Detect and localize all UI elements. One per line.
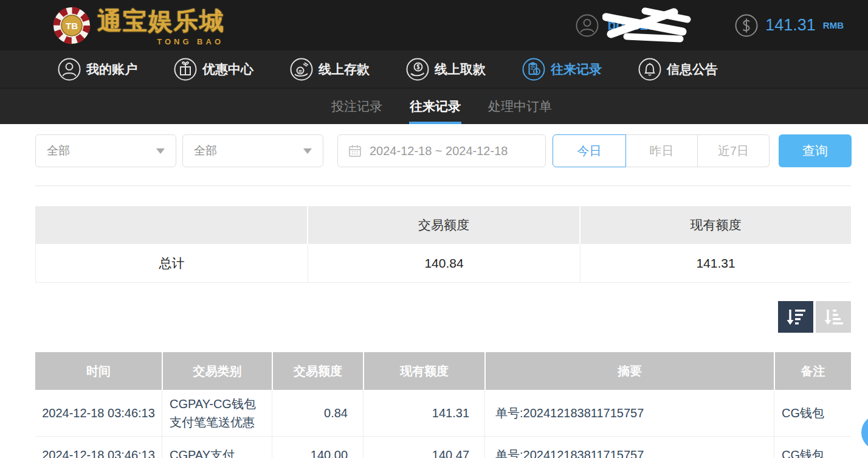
sort-controls xyxy=(0,301,851,333)
table-header-cell: 时间 xyxy=(35,352,162,390)
svg-text:TB: TB xyxy=(66,21,78,31)
poker-chip-icon: TB xyxy=(52,6,91,45)
withdraw-icon xyxy=(406,58,429,81)
table-cell: 141.31 xyxy=(363,390,484,436)
records-icon xyxy=(522,58,545,81)
table-header-cell: 摘要 xyxy=(484,352,774,390)
table-header-row: 时间交易类别交易额度现有额度摘要备注 xyxy=(35,352,851,390)
calendar-icon xyxy=(348,144,362,158)
table-header-cell: 现有额度 xyxy=(363,352,484,390)
type-select-1[interactable]: 全部 xyxy=(35,134,176,167)
chevron-down-icon xyxy=(156,148,165,154)
sort-ascending-button[interactable] xyxy=(816,301,851,333)
table-row: 2024-12-18 03:46:13CGPAY-CG钱包支付笔笔送优惠0.84… xyxy=(35,390,851,437)
summary-header-empty xyxy=(35,206,307,244)
bell-icon xyxy=(638,58,661,81)
table-cell: 单号:202412183811715757 xyxy=(484,390,774,436)
summary-header-row: 交易额度 现有额度 xyxy=(35,206,851,244)
nav-item-promotions[interactable]: 优惠中心 xyxy=(174,58,253,81)
deposit-icon xyxy=(290,58,313,81)
table-header-cell: 交易额度 xyxy=(272,352,363,390)
sort-descending-icon xyxy=(785,307,807,327)
table-cell: 140.00 xyxy=(272,437,363,458)
main-nav: 我的账户 优惠中心 线上存款 线上取款 xyxy=(0,50,868,88)
today-button[interactable]: 今日 xyxy=(553,134,626,167)
user-avatar-icon xyxy=(576,14,599,37)
table-cell: 2024-12-18 03:46:13 xyxy=(35,390,162,436)
table-cell: 单号:202412183811715757 xyxy=(484,437,774,458)
record-tabs: 投注记录 往来记录 处理中订单 xyxy=(0,88,868,124)
table-cell: 0.84 xyxy=(272,390,363,436)
summary-header-balance: 现有额度 xyxy=(579,206,851,244)
filter-bar: 全部 全部 2024-12-18 ~ 2024-12-18 今日 昨日 近7日 … xyxy=(35,134,868,167)
summary-transaction-total: 140.84 xyxy=(308,244,580,282)
site-logo[interactable]: TB 通宝娱乐城 TONG BAO xyxy=(52,4,225,46)
table-cell: CGPAY-CG钱包支付笔笔送优惠 xyxy=(162,390,272,436)
summary-total-row: 总计 140.84 141.31 xyxy=(35,244,851,283)
active-tab-underline xyxy=(409,122,461,124)
user-account[interactable]: bo7325 xyxy=(576,10,692,41)
chevron-down-icon xyxy=(303,148,312,154)
coin-dollar-icon xyxy=(735,14,758,37)
search-button[interactable]: 查询 xyxy=(779,134,852,167)
nav-item-announcements[interactable]: 信息公告 xyxy=(638,58,718,81)
table-header-cell: 备注 xyxy=(774,352,851,390)
site-subtitle: TONG BAO xyxy=(157,37,224,46)
table-body: 2024-12-18 03:46:13CGPAY-CG钱包支付笔笔送优惠0.84… xyxy=(35,390,851,458)
tab-pending-orders[interactable]: 处理中订单 xyxy=(488,89,552,124)
table-cell: 140.47 xyxy=(363,437,484,458)
table-cell: CG钱包 xyxy=(774,437,851,458)
top-bar: TB 通宝娱乐城 TONG BAO bo7325 xyxy=(0,0,868,50)
yesterday-button[interactable]: 昨日 xyxy=(626,134,698,167)
section-divider xyxy=(35,186,851,186)
tab-transaction-records[interactable]: 往来记录 xyxy=(410,89,461,124)
quick-date-group: 今日 昨日 近7日 xyxy=(553,134,770,167)
table-cell: CG钱包 xyxy=(774,390,851,436)
nav-item-my-account[interactable]: 我的账户 xyxy=(58,58,137,81)
balance-display[interactable]: 141.31 RMB xyxy=(735,14,844,37)
floating-chat-button[interactable] xyxy=(861,415,868,450)
table-header-cell: 交易类别 xyxy=(162,352,272,390)
balance-amount: 141.31 xyxy=(765,16,816,35)
nav-item-records[interactable]: 往来记录 xyxy=(522,58,602,81)
site-title: 通宝娱乐城 xyxy=(97,4,225,38)
nav-item-withdraw[interactable]: 线上取款 xyxy=(406,58,486,81)
type-select-2[interactable]: 全部 xyxy=(182,134,323,167)
redaction-scribble xyxy=(602,7,694,44)
balance-currency: RMB xyxy=(823,20,844,30)
nav-item-deposit[interactable]: 线上存款 xyxy=(290,58,370,81)
summary-total-label: 总计 xyxy=(36,244,308,282)
table-cell: CGPAY支付 xyxy=(162,437,272,458)
date-range-picker[interactable]: 2024-12-18 ~ 2024-12-18 xyxy=(337,134,546,167)
summary-header-transaction: 交易额度 xyxy=(307,206,579,244)
user-icon xyxy=(58,58,81,81)
gift-icon xyxy=(174,58,197,81)
sort-ascending-icon xyxy=(822,307,844,327)
transactions-table: 时间交易类别交易额度现有额度摘要备注 2024-12-18 03:46:13CG… xyxy=(35,352,851,458)
summary-balance-total: 141.31 xyxy=(580,244,851,282)
table-row: 2024-12-18 03:46:13CGPAY支付140.00140.47单号… xyxy=(35,437,851,458)
date-range-value: 2024-12-18 ~ 2024-12-18 xyxy=(370,144,508,158)
sort-descending-button[interactable] xyxy=(778,301,813,333)
last7days-button[interactable]: 近7日 xyxy=(698,134,770,167)
table-cell: 2024-12-18 03:46:13 xyxy=(35,437,162,458)
tab-betting-records[interactable]: 投注记录 xyxy=(331,89,382,124)
summary-table: 交易额度 现有额度 总计 140.84 141.31 xyxy=(35,206,851,283)
